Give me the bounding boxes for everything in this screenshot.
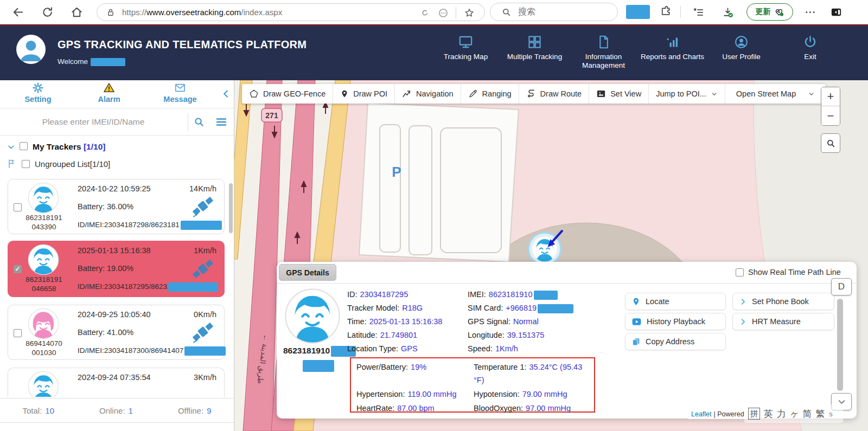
tracker-checkbox[interactable] [14,203,22,211]
online-count: Online:1 [99,406,133,415]
warning-triangle-icon [103,82,115,94]
satellite-icon [190,320,215,345]
sidebar-toggle-icon[interactable] [830,6,843,18]
locate-button[interactable]: Locate [625,293,726,310]
svg-text:271: 271 [265,111,278,120]
set-phone-book-button[interactable]: Set Phone Book [732,293,834,310]
tracker-card[interactable]: 869414070001030 2024-09-25 10:05:40 0Km/… [8,305,225,360]
downloads-icon[interactable] [722,6,734,18]
gps-details-tab[interactable]: GPS Details [279,264,336,281]
tab-alarm[interactable]: Alarm [82,82,136,104]
tab-label: Alarm [98,95,120,104]
browser-menu-icon[interactable] [804,6,816,18]
ranging-button[interactable]: Ranging [461,84,519,104]
browser-toolbar: https://www.overseetracking.com/index.as… [0,0,868,24]
boy-avatar-icon [28,244,59,275]
leaflet-link[interactable]: Leaflet [691,410,712,418]
monitor-icon [458,35,473,49]
device-name: 8623181910 [283,346,356,357]
nav-user-profile[interactable]: User Profile [707,30,776,80]
search-icon[interactable] [193,116,205,128]
tracker-card-selected[interactable]: 862318191046658 2025-01-13 15:16:38 1Km/… [8,241,225,297]
tab-message[interactable]: Message [153,82,207,104]
nav-label: Tracking Map [434,53,498,61]
path-line-checkbox[interactable] [736,268,744,276]
chevron-down-icon[interactable] [7,143,16,152]
favorites-list-icon[interactable] [692,6,705,18]
tracker-card[interactable]: 2024-09-24 07:35:54 3Km/h [8,368,225,397]
map-layer-dropdown[interactable]: Open Street Map [725,84,826,104]
navigation-button[interactable]: Navigation [395,84,461,104]
cursor-arrow-icon [544,229,564,250]
trend-arrow-icon [402,89,412,99]
refresh-icon[interactable] [41,6,54,18]
list-menu-icon[interactable] [215,115,228,128]
favorite-star-icon[interactable] [464,8,475,18]
page-options-icon[interactable] [438,8,449,18]
tracker-checkbox-checked[interactable] [14,265,22,273]
draw-poi-button[interactable]: Draw POI [333,84,395,104]
detail-fields-right: IMEI:8623181910 SIM Card:+966819 GPS Sig… [468,290,573,358]
back-icon[interactable] [12,6,24,18]
panel-d-button[interactable]: D [831,278,852,295]
panel-scrollbar[interactable] [837,299,843,391]
gear-icon [32,82,44,94]
name-redacted [303,360,334,372]
address-bar[interactable]: https://www.overseetracking.com/index.as… [97,3,485,21]
nav-information-management[interactable]: Information Management [569,30,638,80]
draw-route-button[interactable]: Draw Route [519,84,590,104]
map-pin-icon [340,89,349,99]
browser-health-icon [774,7,784,17]
tracker-name: 869414070001030 [12,339,75,357]
tracker-card[interactable]: 862318191043390 2024-10-22 10:59:25 14Km… [8,179,225,234]
path-line-toggle[interactable]: Show Real Time Path Line [736,268,841,276]
tracker-search-input[interactable] [0,108,187,135]
username-redacted [91,58,125,66]
page-title: GPS TRACKING AND TELEMATICS PLATFORM [58,38,307,51]
map-search-button[interactable] [821,133,840,153]
nav-exit[interactable]: Exit [776,30,845,80]
collapse-sidebar-icon[interactable] [220,88,232,100]
copy-address-button[interactable]: Copy Address [625,333,726,350]
tracker-map-marker[interactable] [528,232,561,266]
zoom-in-button[interactable]: + [821,87,840,106]
subgroup-row-ungrouped[interactable]: Ungrouped List[1/10] [0,157,234,173]
subgroup-checkbox[interactable] [22,160,30,168]
profile-avatar-redacted[interactable] [626,5,650,19]
document-icon [596,35,611,49]
tracker-time: 2024-09-24 07:35:54 [78,373,151,382]
app-window: https://www.overseetracking.com/index.as… [0,0,868,431]
ime-options[interactable]: 英 力 ヶ 简 繁 [764,408,825,420]
nav-multiple-tracking[interactable]: Multiple Tracking [500,30,569,80]
sidebar-scrollbar[interactable] [229,183,233,233]
tab-setting[interactable]: Setting [11,82,65,104]
tracking-prevention-icon[interactable] [419,8,430,18]
ime-pinyin-toggle[interactable]: 拼 [748,408,760,420]
group-checkbox[interactable] [20,142,28,150]
id-redacted [168,282,218,292]
subgroup-label: Ungrouped List[1/10] [35,159,110,169]
nav-tracking-map[interactable]: Tracking Map [431,30,500,80]
jump-to-poi-dropdown[interactable]: Jump to POI... [649,84,725,104]
boy-avatar-icon [284,288,341,344]
group-row-my-trackers[interactable]: My Trackers [1/10] [0,140,234,155]
home-icon[interactable] [71,6,83,18]
extensions-puzzle-icon[interactable] [660,6,672,18]
chevron-right-icon [739,318,747,326]
tracker-checkbox[interactable] [14,329,22,337]
hrt-measure-button[interactable]: HRT Measure [732,313,834,330]
user-avatar[interactable] [16,35,46,64]
tracker-id: ID/IMEI:23034187298/8623181 [78,221,222,230]
draw-geofence-button[interactable]: Draw GEO-Fence [242,84,333,104]
browser-search-box[interactable] [490,3,618,21]
browser-search-input[interactable] [518,7,599,17]
nav-reports-charts[interactable]: Reports and Charts [638,30,707,80]
url-text[interactable]: https://www.overseetracking.com/index.as… [122,8,282,17]
pentagon-icon [249,89,259,99]
zoom-out-button[interactable]: − [821,106,840,125]
ime-toolbar[interactable]: 拼 英 力 ヶ 简 繁 s [744,404,843,423]
browser-update-button[interactable]: 更新 [746,3,793,21]
history-playback-button[interactable]: History Playback [625,313,726,330]
set-view-button[interactable]: Set View [589,84,649,104]
chevron-down-icon [711,91,718,98]
